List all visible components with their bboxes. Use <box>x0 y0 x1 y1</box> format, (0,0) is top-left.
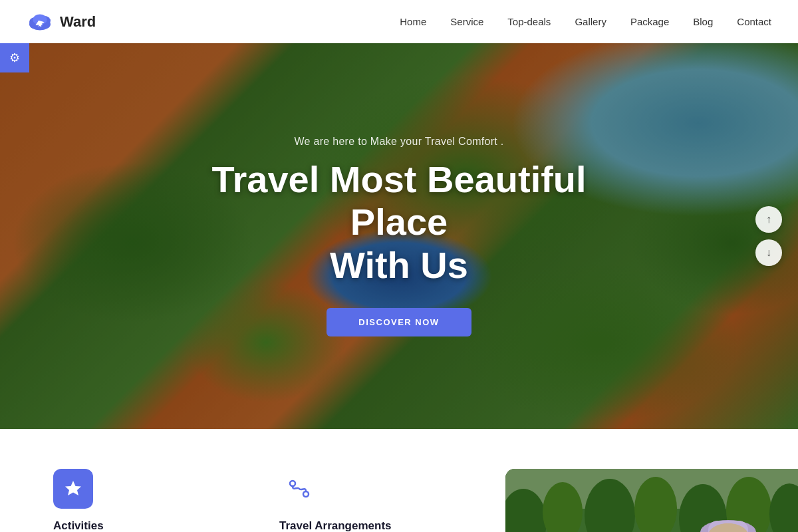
nav-gallery[interactable]: Gallery <box>575 16 606 27</box>
arrow-down-icon: ↓ <box>766 247 771 259</box>
scroll-down-button[interactable]: ↓ <box>755 239 782 266</box>
nav-contact[interactable]: Contact <box>737 16 771 27</box>
person-background <box>505 469 798 532</box>
star-icon <box>64 479 82 498</box>
nav-links: Home Service Top-deals Gallery Package B… <box>400 16 771 28</box>
travel-arrangements-card: Travel Arrangements Lorem ipsum dolor si… <box>279 469 466 532</box>
hero-title-line2: With Us <box>330 244 468 286</box>
brand-logo-link[interactable]: Ward <box>27 11 96 33</box>
arrow-up-icon: ↑ <box>766 213 771 225</box>
route-icon <box>287 477 311 501</box>
nav-package[interactable]: Package <box>630 16 669 27</box>
nav-service[interactable]: Service <box>450 16 483 27</box>
hero-section: We are here to Make your Travel Comfort … <box>0 43 798 429</box>
travel-arrangements-title: Travel Arrangements <box>279 519 466 532</box>
hero-title-line1: Travel Most Beautiful Place <box>211 158 586 243</box>
nav-home[interactable]: Home <box>400 16 426 27</box>
discover-now-button[interactable]: DISCOVER NOW <box>327 308 471 336</box>
travel-arrangements-icon <box>279 469 319 509</box>
features-section: Activities Lorem ipsum dolor sit, amet c… <box>0 429 798 532</box>
navbar: Ward Home Service Top-deals Gallery Pack… <box>0 0 798 43</box>
hero-content: We are here to Make your Travel Comfort … <box>166 136 632 336</box>
settings-button[interactable]: ⚙ <box>0 43 29 72</box>
hero-subtitle: We are here to Make your Travel Comfort … <box>166 136 632 148</box>
brand-logo-icon <box>27 11 53 33</box>
nav-blog[interactable]: Blog <box>693 16 713 27</box>
hero-title: Travel Most Beautiful Place With Us <box>166 158 632 287</box>
activities-icon <box>53 469 93 509</box>
settings-icon: ⚙ <box>9 51 20 65</box>
nav-top-deals[interactable]: Top-deals <box>507 16 551 27</box>
scene-svg <box>505 469 798 532</box>
scroll-up-button[interactable]: ↑ <box>755 206 782 233</box>
scroll-navigation: ↑ ↓ <box>755 206 782 266</box>
person-image-card <box>505 469 798 532</box>
svg-marker-7 <box>65 481 81 495</box>
activities-title: Activities <box>53 519 239 532</box>
brand-name: Ward <box>60 13 96 31</box>
activities-card: Activities Lorem ipsum dolor sit, amet c… <box>53 469 239 532</box>
